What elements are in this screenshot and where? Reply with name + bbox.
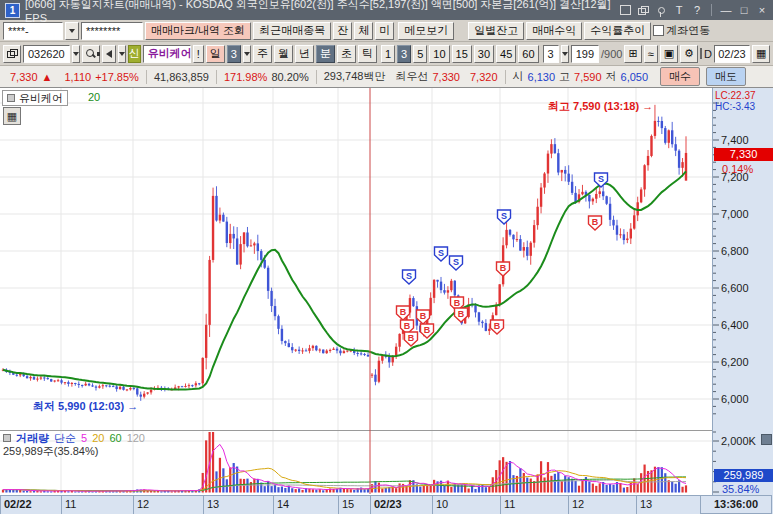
maximize-button[interactable]: □ [738,4,750,16]
minute-button-60[interactable]: 60 [518,45,538,63]
mini-button-미[interactable]: 미 [375,22,394,40]
mini-button-잔[interactable]: 잔 [333,22,352,40]
svg-text:S: S [438,248,444,258]
x-axis-label-11: 11 [61,495,133,514]
recent-trades-button[interactable]: 최근매매종목 [253,22,331,40]
account-link-checkbox[interactable] [653,25,664,36]
minute-button-45[interactable]: 45 [496,45,516,63]
x-axis-label-12: 12 [568,495,636,514]
account-toolbar: ****- ******** 매매마크/내역 조회 최근매매종목 잔체미 메모보… [0,20,773,42]
calendar-icon[interactable]: ▦ [752,45,770,63]
price-legend: 유비케어 [2,90,68,106]
up-arrow-icon: ▲ [42,71,53,83]
period-day-button[interactable]: 일 [206,45,225,63]
cascade-icon[interactable] [637,4,649,16]
speaker-caret-icon[interactable] [118,45,126,63]
period-button-분[interactable]: 분 [316,45,335,63]
bar-count-input[interactable]: 199 [571,45,599,63]
grid-tool-button[interactable]: ▦ [3,107,21,125]
period-button-초[interactable]: 초 [337,45,356,63]
yield-trend-button[interactable]: 수익률추이 [584,22,651,40]
period-button-년[interactable]: 년 [295,45,314,63]
buy-button[interactable]: 매수 [660,67,700,86]
svg-text:6,200: 6,200 [721,356,749,368]
x-axis-label-10: 10 [432,495,500,514]
candle-tool-icon[interactable]: ⊞ [624,45,641,63]
volume-ma120-label: 120 [127,432,145,444]
popout-icon[interactable] [619,4,631,16]
pin-icon[interactable] [655,4,667,16]
volume-legend-square-icon [3,434,11,442]
trade-profit-button[interactable]: 매매수익 [526,22,582,40]
trading-app-window: { "titlebar": { "icon": "1", "title": "[… [0,0,773,514]
open-price: 6,130 [528,71,556,83]
sell-button[interactable]: 매도 [706,67,746,86]
mini-button-체[interactable]: 체 [354,22,373,40]
volume-ma20-label: 20 [92,432,104,444]
alert-button[interactable]: ! [193,45,204,63]
volume-title: 거래량 [16,432,49,444]
svg-text:7,400: 7,400 [721,134,749,146]
trade-mark-query-button[interactable]: 매매마크/내역 조회 [145,22,251,40]
low-price: 6,050 [621,71,649,83]
price-change: 1,110 [64,71,91,83]
app-icon: 1 [5,3,20,18]
x-axis-label-13: 13 [203,495,273,514]
turnover-pct-1: 171.98% [224,71,267,83]
interval-caret-icon[interactable] [561,45,569,63]
svg-text:2,000K: 2,000K [721,435,757,447]
minute-button-15[interactable]: 15 [452,45,472,63]
period-button-틱[interactable]: 틱 [358,45,377,63]
day-count-caret-icon[interactable] [243,45,251,63]
minute-button-3[interactable]: 3 [397,45,411,63]
daily-balance-button[interactable]: 일별잔고 [468,22,524,40]
memo-view-button[interactable]: 메모보기 [398,22,454,40]
settings-gear-icon[interactable]: ⚙ [680,45,698,63]
best-quote-label: 최우선 [395,69,428,84]
period-button-주[interactable]: 주 [253,45,272,63]
volume-value: 41,863,859 [154,71,209,83]
low-label: 저 [606,69,617,84]
svg-text:B: B [424,325,431,335]
text-tool-button[interactable]: T [673,4,685,16]
x-axis-label-15: 15 [338,495,370,514]
stock-code-input[interactable]: 032620 [23,45,70,63]
stock-code-caret-icon[interactable] [72,45,80,63]
new-stock-badge: 신 [128,45,141,63]
price-chart-canvas[interactable]: 7,4007,2007,0006,8006,6006,4006,2006,000… [0,88,773,514]
svg-text:S: S [501,211,507,221]
close-button[interactable]: × [756,4,768,16]
minute-button-5[interactable]: 5 [413,45,427,63]
interval-combo[interactable]: 3 [543,45,559,63]
x-axis-label-02/22: 02/22 [0,495,61,514]
d-checkbox[interactable] [700,48,702,59]
current-price-pct: 0.14% [722,163,753,175]
turnover-pct-2: 80.20% [271,71,308,83]
window-link-icon[interactable] [3,45,21,63]
window-title: [0606] 자동일지차트(매매내역) - KOSDAQ 외국인보유[602(천… [25,0,614,24]
period-day-count[interactable]: 3 [227,45,241,63]
speaker-icon[interactable] [102,45,116,63]
svg-text:B: B [458,309,465,319]
minute-button-1[interactable]: 1 [381,45,395,63]
stock-name-field[interactable]: 유비케어 [143,45,191,63]
svg-text:S: S [406,271,412,281]
password-input[interactable]: ******** [81,22,143,40]
minute-button-10[interactable]: 10 [429,45,449,63]
x-axis-label-12: 12 [133,495,203,514]
chart-toolbar: 032620 신 유비케어 ! 일 3 주월년분초틱 1351015304560… [0,42,773,66]
save-icon[interactable]: ▣ [660,45,678,63]
svg-text:6,800: 6,800 [721,245,749,257]
svg-text:B: B [454,298,461,308]
help-button[interactable]: ? [691,4,703,16]
account-select[interactable]: ****- [3,22,63,40]
amount-value: 293,748백만 [324,69,386,84]
period-button-월[interactable]: 월 [274,45,293,63]
date-input[interactable]: 02/23 [714,45,750,63]
high-price: 7,590 [574,71,602,83]
minimize-button[interactable]: — [720,4,732,16]
account-select-caret-icon[interactable] [65,22,79,40]
line-tool-icon[interactable]: ≈ [644,45,658,63]
minute-button-30[interactable]: 30 [474,45,494,63]
expand-icon[interactable] [761,434,772,445]
